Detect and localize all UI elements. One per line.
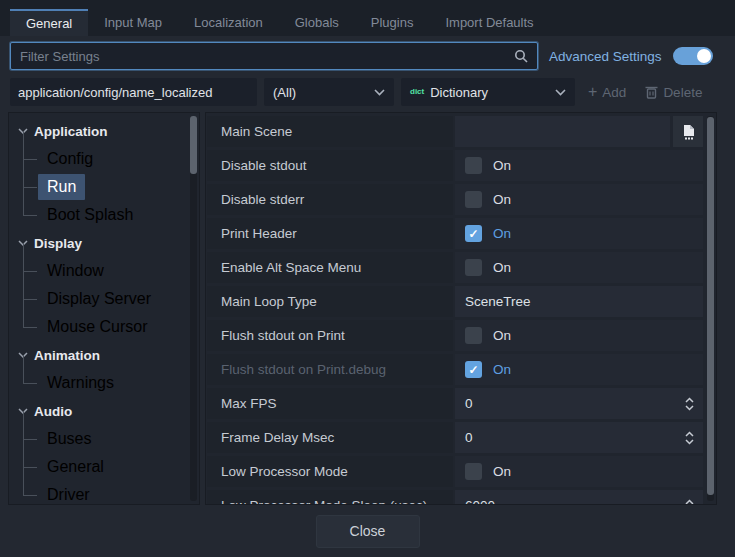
dialog-footer: Close	[0, 505, 735, 557]
tree-section-audio[interactable]: Audio	[9, 397, 199, 425]
tree-section-display[interactable]: Display	[9, 229, 199, 257]
advanced-settings-toggle[interactable]	[673, 47, 713, 65]
tree-item-warnings[interactable]: Warnings	[38, 369, 199, 397]
setting-value: ✓On	[455, 218, 703, 249]
setting-label: Enable Alt Space Menu	[207, 252, 453, 283]
tab-import-defaults[interactable]: Import Defaults	[429, 9, 549, 36]
tab-input-map[interactable]: Input Map	[88, 9, 178, 36]
spinbox-updown-icon[interactable]	[684, 397, 695, 411]
tree-section-application[interactable]: Application	[9, 117, 199, 145]
main-area: ApplicationConfigRunBoot SplashDisplayWi…	[8, 112, 717, 505]
tab-plugins[interactable]: Plugins	[355, 9, 430, 36]
checkbox-on-label: On	[493, 158, 511, 173]
text-field-value: SceneTree	[465, 294, 531, 309]
tree-item-label: Warnings	[38, 370, 123, 396]
setting-value	[455, 116, 703, 147]
tree-section-animation[interactable]: Animation	[9, 341, 199, 369]
tree-item-window[interactable]: Window	[38, 257, 199, 285]
setting-row-max-fps: Max FPS0	[207, 388, 703, 419]
tree-section-label: Display	[34, 236, 82, 251]
tree-section-label: Application	[34, 124, 108, 139]
filter-settings-input[interactable]: Filter Settings	[10, 42, 538, 70]
tree-section-label: Audio	[34, 404, 72, 419]
text-field-main-loop-type[interactable]: SceneTree	[455, 286, 703, 317]
setting-label: Flush stdout on Print	[207, 320, 453, 351]
tree-item-display-server[interactable]: Display Server	[38, 285, 199, 313]
spinbox-updown-icon[interactable]	[684, 431, 695, 445]
settings-list: Main SceneDisable stdoutOnDisable stderr…	[205, 112, 717, 505]
checkbox-low-processor-mode[interactable]	[465, 463, 482, 480]
delete-button[interactable]: Delete	[639, 78, 708, 106]
tree-item-label: Mouse Cursor	[38, 314, 156, 340]
setting-row-print-header: Print Header✓On	[207, 218, 703, 249]
tree-children: BusesGeneralDriver	[38, 425, 199, 505]
checkbox-flush-stdout-on-print[interactable]	[465, 327, 482, 344]
settings-scrollbar[interactable]	[707, 116, 714, 501]
checkbox-on-label: On	[493, 260, 511, 275]
tree-item-mouse-cursor[interactable]: Mouse Cursor	[38, 313, 199, 341]
tab-localization[interactable]: Localization	[178, 9, 279, 36]
type-value: Dictionary	[430, 85, 549, 100]
checkbox-disable-stdout[interactable]	[465, 157, 482, 174]
setting-row-enable-alt-space-menu: Enable Alt Space MenuOn	[207, 252, 703, 283]
main-scene-path-input[interactable]	[455, 116, 670, 147]
tree-section-label: Animation	[34, 348, 100, 363]
setting-label: Disable stderr	[207, 184, 453, 215]
setting-label: Disable stdout	[207, 150, 453, 181]
tree-children: Warnings	[38, 369, 199, 397]
checkbox-enable-alt-space-menu[interactable]	[465, 259, 482, 276]
setting-row-main-loop-type: Main Loop TypeSceneTree	[207, 286, 703, 317]
tree-item-run[interactable]: Run	[38, 173, 199, 201]
settings-scrollbar-thumb[interactable]	[707, 117, 714, 495]
feature-filter-dropdown[interactable]: (All)	[264, 78, 394, 106]
file-picker-button[interactable]	[673, 116, 703, 147]
checkbox-print-header[interactable]: ✓	[465, 225, 482, 242]
type-dropdown[interactable]: dict Dictionary	[401, 78, 575, 106]
checkbox-on-label: On	[493, 226, 511, 241]
setting-label: Frame Delay Msec	[207, 422, 453, 453]
project-settings-dialog: GeneralInput MapLocalizationGlobalsPlugi…	[0, 0, 735, 557]
tree-scrollbar[interactable]	[190, 116, 197, 501]
setting-row-frame-delay-msec: Frame Delay Msec0	[207, 422, 703, 453]
setting-value: On	[455, 252, 703, 283]
setting-label: Low Processor Mode Sleep (usec)	[207, 490, 453, 505]
setting-label: Main Scene	[207, 116, 453, 147]
setting-label: Low Processor Mode	[207, 456, 453, 487]
close-button[interactable]: Close	[316, 515, 420, 548]
advanced-settings-label: Advanced Settings	[549, 49, 662, 64]
add-button[interactable]: + Add	[582, 78, 632, 106]
delete-button-label: Delete	[663, 85, 702, 100]
checkbox-disable-stderr[interactable]	[465, 191, 482, 208]
spinbox-max-fps[interactable]: 0	[455, 388, 703, 419]
tree-item-label: General	[38, 454, 113, 480]
tree-item-label: Config	[38, 146, 102, 172]
setting-row-flush-stdout-on-print: Flush stdout on PrintOn	[207, 320, 703, 351]
plus-icon: +	[588, 84, 597, 100]
setting-row-low-processor-mode-sleep-usec: Low Processor Mode Sleep (usec)6000	[207, 490, 703, 505]
setting-value: On	[455, 150, 703, 181]
property-path-input[interactable]: application/config/name_localized	[10, 78, 257, 106]
checkbox-on-label: On	[493, 464, 511, 479]
property-path-value: application/config/name_localized	[18, 85, 212, 100]
tree-scrollbar-thumb[interactable]	[190, 116, 197, 174]
checkbox-flush-stdout-on-print-debug[interactable]: ✓	[465, 361, 482, 378]
tree-item-config[interactable]: Config	[38, 145, 199, 173]
checkbox-on-label: On	[493, 192, 511, 207]
tab-globals[interactable]: Globals	[279, 9, 355, 36]
trash-icon	[645, 85, 658, 99]
spinbox-low-processor-mode-sleep-usec[interactable]: 6000	[455, 490, 703, 505]
checkbox-on-label: On	[493, 328, 511, 343]
setting-row-flush-stdout-on-print-debug: Flush stdout on Print.debug✓On	[207, 354, 703, 385]
tree-item-driver[interactable]: Driver	[38, 481, 199, 505]
tree-item-buses[interactable]: Buses	[38, 425, 199, 453]
tree-item-boot-splash[interactable]: Boot Splash	[38, 201, 199, 229]
setting-label: Flush stdout on Print.debug	[207, 354, 453, 385]
toggle-knob	[697, 49, 711, 63]
tab-general[interactable]: General	[10, 9, 88, 36]
tree-children: WindowDisplay ServerMouse Cursor	[38, 257, 199, 341]
spinbox-value: 0	[465, 430, 473, 445]
property-bar: application/config/name_localized (All) …	[0, 78, 735, 106]
spinbox-frame-delay-msec[interactable]: 0	[455, 422, 703, 453]
file-icon	[681, 124, 696, 140]
tree-item-general[interactable]: General	[38, 453, 199, 481]
